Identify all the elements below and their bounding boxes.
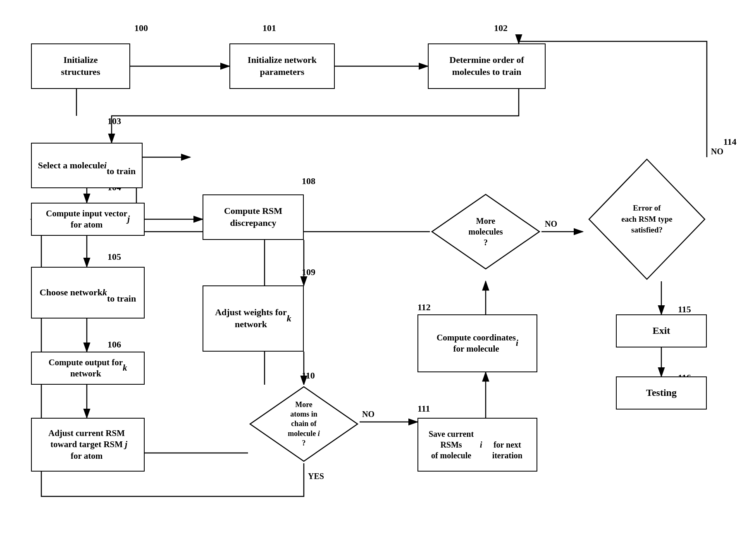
- box-compute-output: Compute output fornetwork k: [31, 352, 145, 385]
- label-no-more-mol: NO: [545, 219, 557, 229]
- step-101: 101: [262, 23, 276, 34]
- diamond-error-satisfied: Error ofeach RSM typesatisfied?: [587, 157, 707, 281]
- box-initialize-network-parameters: Initialize networkparameters: [229, 43, 335, 89]
- label-no-more-atoms: NO: [362, 410, 374, 419]
- box-adjust-weights: Adjust weights fornetwork k: [203, 285, 304, 352]
- step-102: 102: [494, 23, 508, 34]
- diamond-label-more-atoms: Moreatoms inchain ofmolecule i?: [288, 400, 320, 448]
- step-110: 110: [302, 370, 315, 381]
- box-compute-rsm-discrepancy: Compute RSMdiscrepancy: [203, 194, 304, 240]
- step-109: 109: [302, 267, 315, 278]
- flowchart-diagram: 100 101 102 103 104 105 106 107 108 109 …: [0, 0, 756, 539]
- diamond-more-molecules: Moremolecules?: [430, 192, 541, 271]
- diamond-more-atoms: Moreatoms inchain ofmolecule i?: [248, 385, 360, 463]
- step-106: 106: [107, 339, 121, 350]
- box-compute-input-vector: Compute input vectorfor atom j: [31, 203, 145, 236]
- box-testing: Testing: [616, 376, 707, 410]
- step-105: 105: [107, 252, 121, 262]
- label-no-error: NO: [711, 147, 723, 156]
- step-114: 114: [723, 137, 737, 147]
- box-choose-network: Choose network kto train: [31, 267, 145, 319]
- box-save-rsms: Save current RSMsof molecule ifor next i…: [417, 418, 537, 472]
- step-103: 103: [107, 116, 121, 127]
- box-adjust-rsm: Adjust current RSMtoward target RSMfor a…: [31, 418, 145, 472]
- label-yes-more-atoms: YES: [308, 472, 324, 481]
- step-108: 108: [302, 176, 315, 187]
- step-112: 112: [417, 302, 431, 313]
- box-select-molecule: Select a molecule ito train: [31, 143, 143, 188]
- step-115: 115: [678, 304, 691, 315]
- step-100: 100: [134, 23, 148, 34]
- diamond-label-more-molecules: Moremolecules?: [468, 216, 503, 248]
- box-exit: Exit: [616, 314, 707, 347]
- box-determine-order: Determine order ofmolecules to train: [428, 43, 546, 89]
- box-compute-coordinates: Compute coordinatesfor molecule i: [417, 314, 537, 372]
- step-111: 111: [417, 403, 430, 414]
- box-initialize-structures: Initializestructures: [31, 43, 130, 89]
- diamond-label-error-satisfied: Error ofeach RSM typesatisfied?: [621, 203, 672, 236]
